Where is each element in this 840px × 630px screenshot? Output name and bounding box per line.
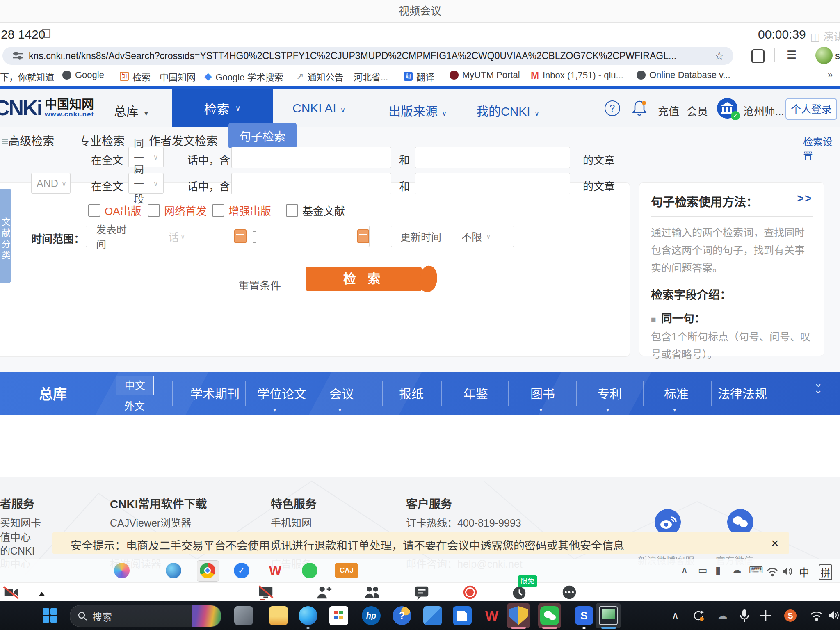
profile-avatar[interactable] bbox=[815, 47, 833, 64]
ime-language-indicator[interactable]: 中 bbox=[799, 564, 809, 579]
taskbar-search[interactable]: 搜索 bbox=[70, 605, 221, 627]
task-view-icon[interactable] bbox=[234, 606, 253, 625]
footer-link[interactable]: 值中心 bbox=[0, 529, 31, 544]
bookmark-item[interactable]: MyUTM Portal bbox=[450, 70, 520, 80]
chrome-icon[interactable] bbox=[200, 563, 215, 578]
check-app-icon[interactable]: ✓ bbox=[234, 563, 249, 578]
personal-login-button[interactable]: 个人登录 bbox=[785, 98, 837, 120]
caj-viewer-icon[interactable]: CAJ bbox=[335, 563, 358, 578]
extensions-icon[interactable] bbox=[751, 49, 765, 63]
copilot-icon[interactable] bbox=[114, 563, 130, 578]
keyboard-icon[interactable]: ⌨ bbox=[749, 564, 763, 576]
footer-link[interactable]: CAJViewer浏览器 bbox=[110, 515, 191, 530]
screen-share-off-icon[interactable] bbox=[257, 584, 275, 601]
db-nav-foreign[interactable]: 外文 bbox=[116, 398, 153, 413]
speaker-icon[interactable] bbox=[828, 609, 840, 621]
footer-link[interactable]: 的CNKI bbox=[0, 543, 35, 557]
wifi-icon[interactable] bbox=[810, 610, 824, 621]
document-classify-tab[interactable]: 文献分类 bbox=[0, 189, 11, 283]
member-link[interactable]: 会员 bbox=[687, 103, 708, 118]
bookmark-item[interactable]: ◆Google 学术搜索 bbox=[204, 70, 283, 83]
bookmarks-overflow-chevron[interactable]: » bbox=[828, 70, 833, 80]
tab-sentence-search-active[interactable]: 句子检索 bbox=[228, 123, 297, 148]
nav-search-active[interactable]: 检索∨ bbox=[172, 89, 273, 127]
help-more-link[interactable]: >> bbox=[797, 192, 813, 205]
db-nav-journals[interactable]: 学术期刊 bbox=[190, 384, 240, 402]
camera-off-icon[interactable] bbox=[2, 584, 20, 601]
db-nav-newspapers[interactable]: 报纸 bbox=[399, 384, 424, 402]
participants-icon[interactable] bbox=[363, 584, 381, 601]
edge-icon[interactable] bbox=[166, 563, 181, 578]
row2-unit-select[interactable]: 同一段∨ bbox=[128, 173, 164, 194]
cloud-icon[interactable]: ☁ bbox=[732, 564, 742, 576]
bookmark-item[interactable]: 翻翻译 bbox=[404, 70, 434, 83]
wechat-icon[interactable] bbox=[540, 606, 559, 625]
blue-document-app-icon[interactable] bbox=[453, 606, 472, 625]
bookmark-item[interactable]: 知检索—中国知网 bbox=[120, 70, 196, 83]
db-nav-main-library[interactable]: 总库 bbox=[39, 383, 67, 403]
url-text[interactable]: kns.cnki.net/kns8s/AdvSearch?crossids=YS… bbox=[29, 50, 676, 62]
footer-link[interactable]: 买知网卡 bbox=[0, 515, 41, 530]
checkbox-fund[interactable]: 基金文献 bbox=[286, 203, 345, 218]
s-app-icon[interactable]: S bbox=[575, 606, 593, 625]
nav-my-cnki[interactable]: 我的CNKI∨ bbox=[476, 101, 539, 119]
cnki-logo[interactable]: CNKi 中国知网 www.cnki.net bbox=[0, 96, 94, 120]
db-nav-books[interactable]: 图书 bbox=[530, 384, 555, 402]
row2-operator-select[interactable]: AND∨ bbox=[31, 173, 71, 194]
sync-icon[interactable] bbox=[692, 609, 705, 622]
search-settings-link[interactable]: 检索设置 bbox=[803, 134, 840, 162]
calendar-icon[interactable] bbox=[234, 229, 246, 243]
chat-icon[interactable] bbox=[413, 584, 431, 601]
battery-icon[interactable]: ▮ bbox=[715, 564, 721, 576]
microphone-icon[interactable] bbox=[739, 609, 750, 623]
search-submit-button[interactable]: 检 索 bbox=[306, 267, 422, 291]
tray-expand-icon[interactable]: ∧ bbox=[671, 609, 679, 622]
presenter-view-toggle[interactable]: ◫ 演讲 bbox=[810, 28, 840, 43]
edge-icon[interactable] bbox=[299, 606, 317, 625]
checkbox-box[interactable] bbox=[148, 204, 160, 217]
reading-list-icon[interactable]: ☰ bbox=[787, 48, 797, 62]
ms365-icon[interactable] bbox=[423, 606, 442, 625]
tab-professional-search[interactable]: 专业检索 bbox=[79, 132, 125, 148]
wps-icon[interactable]: W bbox=[267, 563, 283, 578]
db-nav-chinese[interactable]: 中文 bbox=[116, 376, 154, 395]
nav-cnki-ai[interactable]: CNKI AI∨ bbox=[292, 101, 345, 115]
close-icon[interactable]: × bbox=[771, 536, 779, 551]
weibo-icon[interactable] bbox=[655, 509, 681, 535]
checkbox-oa[interactable]: OA出版 bbox=[88, 203, 142, 218]
green-app-icon[interactable] bbox=[302, 563, 317, 578]
wechat-icon[interactable] bbox=[727, 509, 753, 535]
speaker-icon[interactable] bbox=[782, 566, 793, 577]
row1-term2-input[interactable] bbox=[415, 147, 570, 168]
snip-crosshair-icon[interactable] bbox=[760, 609, 772, 622]
checkbox-box[interactable] bbox=[88, 204, 100, 217]
checkbox-box[interactable] bbox=[286, 204, 298, 217]
bookmark-item[interactable]: ↗通知公告 _ 河北省... bbox=[296, 70, 388, 83]
file-explorer-icon[interactable] bbox=[269, 606, 288, 625]
org-name[interactable]: 沧州师... bbox=[743, 103, 784, 118]
nav-library[interactable]: 总库▼ bbox=[114, 101, 150, 119]
row2-term2-input[interactable] bbox=[415, 173, 570, 194]
get-help-icon[interactable]: ? bbox=[393, 606, 411, 625]
address-bar[interactable]: kns.cnki.net/kns8s/AdvSearch?crossids=YS… bbox=[2, 47, 733, 65]
publish-time-range[interactable]: 发表时间 话 ∨ -- bbox=[86, 226, 370, 247]
bookmark-item[interactable]: MInbox (1,751) - qiu... bbox=[531, 70, 623, 81]
cloud-off-icon[interactable]: ☁ bbox=[717, 609, 728, 622]
nav-expand-chevrons[interactable]: ⌄⌄ bbox=[814, 380, 823, 393]
more-options-icon[interactable] bbox=[560, 584, 578, 601]
calendar-icon[interactable] bbox=[357, 229, 369, 243]
screen-preview-icon[interactable] bbox=[599, 606, 618, 625]
copy-icon[interactable]: ❐ bbox=[41, 27, 51, 41]
wifi-icon[interactable] bbox=[766, 567, 778, 577]
site-settings-icon[interactable] bbox=[12, 51, 23, 61]
microsoft-store-icon[interactable] bbox=[329, 606, 348, 625]
checkbox-network-first[interactable]: 网络首发 bbox=[148, 203, 207, 218]
notification-bell-icon[interactable] bbox=[632, 100, 647, 116]
ime-mode-icon[interactable]: 拼 bbox=[819, 564, 832, 580]
row1-term1-input[interactable] bbox=[231, 147, 391, 168]
reset-conditions-link[interactable]: 重置条件 bbox=[238, 277, 281, 292]
row2-term1-input[interactable] bbox=[231, 173, 391, 194]
tab-advanced-search[interactable]: ≡高级检索 bbox=[2, 132, 54, 148]
bookmark-item[interactable]: Google bbox=[62, 70, 104, 80]
tab-author-search[interactable]: 作者发文检索 bbox=[149, 132, 218, 148]
